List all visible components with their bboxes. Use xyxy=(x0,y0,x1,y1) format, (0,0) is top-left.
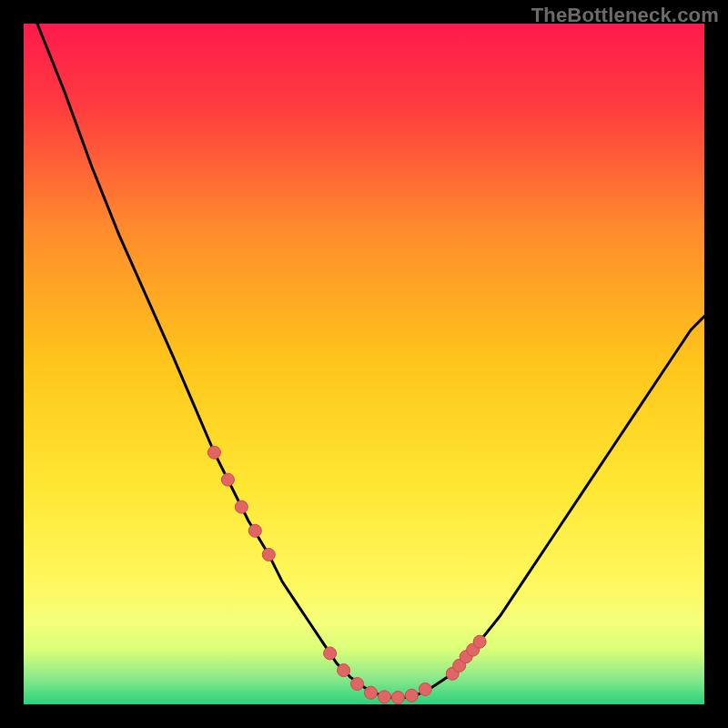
data-point-marker xyxy=(473,635,486,648)
chart-frame xyxy=(24,24,704,704)
data-point-marker xyxy=(235,500,248,513)
data-point-marker xyxy=(262,548,275,561)
bottleneck-chart xyxy=(24,24,704,704)
data-point-marker xyxy=(248,524,261,537)
data-point-marker xyxy=(324,647,337,660)
data-point-marker xyxy=(405,689,418,702)
data-point-marker xyxy=(221,473,234,486)
data-point-marker xyxy=(364,686,377,699)
data-point-marker xyxy=(207,446,220,459)
gradient-background xyxy=(24,24,704,704)
data-point-marker xyxy=(351,678,364,691)
watermark-text: TheBottleneck.com xyxy=(531,4,719,27)
data-point-marker xyxy=(391,692,404,704)
data-point-marker xyxy=(378,691,390,703)
data-point-marker xyxy=(419,683,431,696)
data-point-marker xyxy=(338,664,350,677)
